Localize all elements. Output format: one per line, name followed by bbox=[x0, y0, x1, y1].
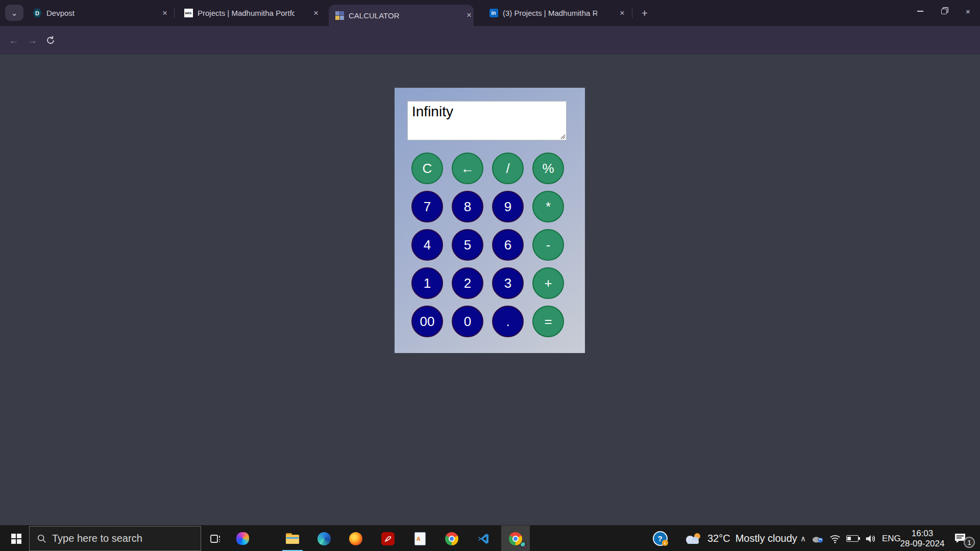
calc-button-plus[interactable]: + bbox=[532, 267, 564, 299]
tab-title: Projects | Madhumitha Portfolio bbox=[198, 9, 295, 17]
help-tray-button[interactable]: ? i bbox=[647, 525, 673, 551]
reload-button[interactable] bbox=[42, 32, 59, 48]
chrome-active-window-button[interactable] bbox=[501, 525, 530, 551]
info-dot-icon: i bbox=[662, 540, 668, 546]
chevron-down-icon: ⌄ bbox=[11, 8, 17, 18]
tab-close-icon[interactable]: × bbox=[311, 8, 321, 18]
weather-widget[interactable]: 32°C Mostly cloudy bbox=[684, 525, 797, 551]
calc-button-decimal[interactable]: . bbox=[492, 306, 524, 337]
weather-cloud-icon bbox=[684, 532, 702, 546]
calc-button-backspace[interactable]: ← bbox=[452, 153, 483, 184]
system-tray: ∧ ENG bbox=[800, 525, 901, 551]
copilot-icon bbox=[236, 532, 249, 545]
copilot-button[interactable] bbox=[230, 525, 255, 551]
onedrive-icon[interactable] bbox=[812, 534, 824, 543]
windows-logo-icon bbox=[11, 534, 21, 544]
calc-button-equals[interactable]: = bbox=[532, 306, 564, 337]
edge-button[interactable] bbox=[311, 525, 337, 551]
acrobat-button[interactable] bbox=[375, 525, 401, 551]
clock-widget[interactable]: 16:03 28-09-2024 bbox=[894, 525, 950, 551]
calc-button-nine[interactable]: 9 bbox=[492, 191, 524, 222]
tray-expand-chevron-icon[interactable]: ∧ bbox=[800, 534, 806, 543]
restore-button[interactable] bbox=[932, 0, 956, 22]
tab-close-icon[interactable]: × bbox=[160, 8, 169, 18]
new-tab-button[interactable]: + bbox=[637, 6, 652, 21]
search-icon bbox=[37, 534, 47, 544]
notification-count-badge: 1 bbox=[964, 537, 975, 548]
forward-icon: → bbox=[27, 35, 37, 46]
firefox-button[interactable] bbox=[343, 525, 369, 551]
tab-title: Devpost bbox=[46, 9, 143, 17]
resize-handle-icon[interactable] bbox=[559, 133, 566, 139]
taskbar-search[interactable]: Type here to search bbox=[29, 526, 201, 551]
acrobat-icon bbox=[381, 532, 395, 545]
calc-button-six[interactable]: 6 bbox=[492, 229, 524, 261]
browser-toolbar: ← → calculatorproject0608.netlify.app ☆ bbox=[0, 26, 980, 55]
back-icon: ← bbox=[9, 35, 19, 46]
close-icon: × bbox=[966, 7, 970, 16]
calc-button-four[interactable]: 4 bbox=[411, 229, 443, 261]
tab-devpost[interactable]: D Devpost × bbox=[27, 0, 169, 26]
calc-button-five[interactable]: 5 bbox=[452, 229, 483, 261]
edge-icon bbox=[317, 532, 331, 545]
tab-linkedin[interactable]: in (3) Projects | Madhumitha Ravic × bbox=[483, 0, 627, 26]
vscode-icon bbox=[477, 533, 489, 545]
chrome-icon bbox=[445, 532, 458, 545]
calculator-favicon-icon bbox=[335, 11, 344, 20]
tab-close-icon[interactable]: × bbox=[464, 10, 474, 20]
weather-condition: Mostly cloudy bbox=[736, 533, 797, 544]
devpost-favicon-icon: D bbox=[33, 9, 42, 18]
tab-divider bbox=[632, 9, 632, 18]
calc-button-double-zero[interactable]: 00 bbox=[411, 306, 443, 337]
linkedin-favicon-icon: in bbox=[489, 9, 498, 18]
help-icon: ? i bbox=[653, 531, 668, 546]
calc-button-clear[interactable]: C bbox=[411, 153, 443, 184]
firefox-icon bbox=[349, 532, 362, 545]
close-window-button[interactable]: × bbox=[956, 0, 980, 22]
tab-strip: ⌄ D Devpost × wix Projects | Madhumitha … bbox=[0, 0, 980, 26]
calc-button-one[interactable]: 1 bbox=[411, 267, 443, 299]
chrome-window: ⌄ D Devpost × wix Projects | Madhumitha … bbox=[0, 0, 980, 551]
calc-button-minus[interactable]: - bbox=[532, 229, 564, 261]
minimize-button[interactable] bbox=[908, 0, 932, 22]
calc-button-percent[interactable]: % bbox=[532, 153, 564, 184]
start-button[interactable] bbox=[5, 525, 28, 551]
task-view-icon bbox=[209, 533, 222, 545]
calc-button-two[interactable]: 2 bbox=[452, 267, 483, 299]
battery-icon[interactable] bbox=[846, 535, 859, 542]
vscode-button[interactable] bbox=[471, 525, 496, 551]
tab-divider bbox=[174, 9, 175, 18]
tab-calculator-active[interactable]: CALCULATOR × bbox=[329, 5, 474, 26]
calc-button-multiply[interactable]: * bbox=[532, 191, 564, 222]
calculator-display[interactable]: Infinity bbox=[407, 101, 567, 140]
journal-app-button[interactable]: A bbox=[407, 525, 433, 551]
calc-button-eight[interactable]: 8 bbox=[452, 191, 483, 222]
tab-portfolio[interactable]: wix Projects | Madhumitha Portfolio × bbox=[178, 0, 321, 26]
calc-button-zero[interactable]: 0 bbox=[452, 306, 483, 337]
calc-button-seven[interactable]: 7 bbox=[411, 191, 443, 222]
search-placeholder: Type here to search bbox=[52, 533, 142, 544]
chrome-button[interactable] bbox=[439, 525, 464, 551]
plus-icon: + bbox=[642, 7, 648, 19]
tab-search-button[interactable]: ⌄ bbox=[5, 5, 23, 21]
notification-center-button[interactable]: 1 bbox=[950, 525, 980, 551]
wifi-icon[interactable] bbox=[829, 534, 841, 544]
file-explorer-icon bbox=[286, 533, 299, 544]
task-view-button[interactable] bbox=[203, 525, 228, 551]
reload-icon bbox=[46, 36, 55, 45]
document-icon: A bbox=[414, 532, 426, 545]
date-text: 28-09-2024 bbox=[900, 539, 945, 549]
wix-favicon-icon: wix bbox=[184, 9, 193, 18]
file-explorer-button[interactable] bbox=[280, 525, 305, 551]
time-text: 16:03 bbox=[912, 529, 934, 539]
back-button[interactable]: ← bbox=[6, 32, 22, 48]
speaker-icon[interactable] bbox=[864, 533, 876, 544]
web-page: Infinity C←/%789*456-123+000.= bbox=[0, 55, 980, 525]
calc-button-three[interactable]: 3 bbox=[492, 267, 524, 299]
profile-badge-icon bbox=[520, 542, 527, 548]
forward-button[interactable]: → bbox=[24, 32, 40, 48]
calc-button-divide[interactable]: / bbox=[492, 153, 524, 184]
tab-title: (3) Projects | Madhumitha Ravic bbox=[503, 9, 597, 17]
weather-temperature: 32°C bbox=[707, 533, 730, 544]
tab-close-icon[interactable]: × bbox=[618, 8, 627, 18]
